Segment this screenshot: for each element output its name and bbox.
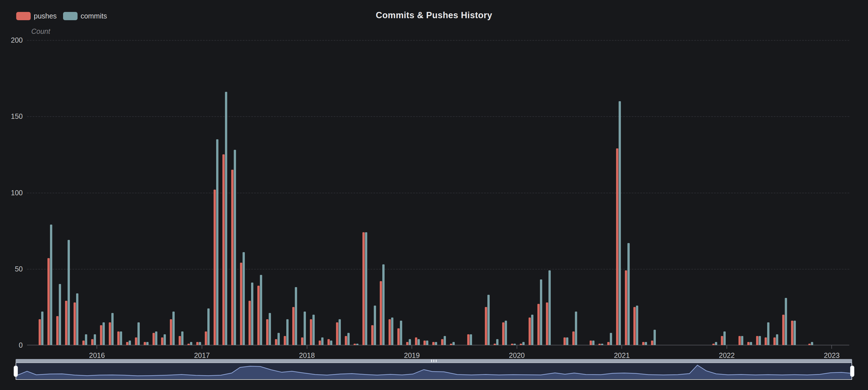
bar-pushes	[782, 315, 784, 345]
bar-commits	[102, 322, 105, 345]
bar-pushes	[345, 336, 347, 345]
bar-pushes	[196, 342, 198, 345]
bar-commits	[750, 342, 752, 345]
bar-pushes	[82, 340, 85, 345]
bar-commits	[68, 240, 70, 345]
x-axis-year-label: 2019	[395, 351, 429, 360]
bar-pushes	[747, 342, 749, 345]
bar-pushes	[380, 281, 382, 345]
bar-commits	[619, 101, 621, 345]
bar-pushes	[502, 322, 504, 345]
datazoom-shadow-area	[16, 363, 851, 379]
bar-pushes	[328, 339, 330, 345]
bar-pushes	[39, 319, 41, 345]
bar-pushes	[144, 342, 146, 345]
bar-commits	[330, 340, 332, 345]
bar-commits	[50, 224, 52, 345]
bar-commits	[767, 322, 770, 345]
bar-pushes	[389, 319, 391, 345]
bar-pushes	[65, 301, 67, 345]
bar-commits	[505, 321, 507, 345]
x-axis-year-label: 2021	[605, 351, 639, 360]
bar-pushes	[721, 336, 723, 345]
bar-commits	[453, 342, 455, 345]
bar-commits	[155, 331, 157, 345]
bar-pushes	[406, 342, 408, 345]
bar-pushes	[415, 337, 417, 345]
bar-commits	[286, 319, 288, 345]
legend-item-pushes[interactable]: pushes	[16, 12, 57, 20]
grip-icon	[433, 360, 434, 362]
bar-commits	[496, 339, 498, 345]
bar-commits	[347, 333, 350, 345]
chart-canvas: Commits & Pushes History pushes commits …	[0, 0, 868, 390]
bar-commits	[137, 322, 140, 345]
bar-commits	[207, 308, 210, 345]
bar-commits	[417, 339, 420, 345]
bar-commits	[164, 334, 166, 345]
bar-commits	[365, 232, 367, 345]
bar-pushes	[310, 319, 312, 345]
bar-pushes	[432, 342, 435, 345]
x-axis-year-label: 2023	[815, 351, 849, 360]
x-axis-line	[27, 345, 849, 346]
bar-commits	[59, 284, 61, 345]
bar-commits	[811, 342, 813, 345]
pushes-swatch-icon	[16, 12, 31, 20]
y-axis-tick-label: 0	[0, 341, 23, 349]
x-axis-year-label: 2016	[80, 351, 114, 360]
bar-commits	[592, 340, 594, 345]
bar-commits	[391, 318, 393, 345]
bar-pushes	[494, 344, 496, 345]
bar-pushes	[117, 331, 120, 345]
bar-commits	[601, 344, 603, 345]
datazoom-slider[interactable]	[16, 363, 852, 380]
x-axis-tick	[726, 346, 727, 349]
bar-pushes	[214, 189, 216, 345]
bar-pushes	[791, 321, 793, 345]
datazoom-move-bar[interactable]	[16, 359, 852, 363]
y-axis-tick-label: 200	[0, 36, 23, 44]
bar-pushes	[739, 336, 741, 345]
bar-commits	[794, 321, 796, 345]
bar-pushes	[397, 328, 400, 345]
bar-pushes	[109, 322, 111, 345]
bar-commits	[575, 311, 577, 345]
x-axis-tick	[202, 346, 202, 349]
bar-pushes	[450, 344, 452, 345]
bar-commits	[269, 313, 271, 345]
bar-commits	[758, 336, 761, 345]
bar-pushes	[179, 336, 181, 345]
datazoom-right-handle[interactable]	[850, 365, 855, 377]
bar-pushes	[572, 331, 575, 345]
bar-commits	[41, 311, 43, 345]
bar-pushes	[651, 340, 653, 345]
legend: pushes commits	[16, 12, 113, 20]
bar-commits	[654, 330, 656, 345]
bar-commits	[741, 336, 743, 345]
bar-commits	[374, 306, 376, 345]
bar-commits	[173, 311, 175, 345]
bar-pushes	[240, 263, 242, 345]
bar-pushes	[249, 301, 251, 345]
bar-pushes	[590, 340, 592, 345]
bar-commits	[216, 139, 218, 345]
bar-pushes	[275, 339, 277, 345]
commits-swatch-icon	[63, 12, 78, 20]
bar-pushes	[48, 258, 50, 345]
datazoom-left-handle[interactable]	[13, 365, 18, 377]
bar-pushes	[537, 304, 540, 345]
bar-pushes	[441, 339, 443, 345]
legend-label-commits: commits	[81, 12, 107, 20]
y-gridline	[27, 193, 849, 193]
bar-commits	[190, 342, 192, 345]
bar-pushes	[257, 286, 259, 345]
bar-commits	[312, 315, 315, 345]
grip-icon	[431, 360, 432, 362]
bar-commits	[243, 252, 245, 345]
y-gridline	[27, 116, 849, 117]
bar-pushes	[511, 344, 513, 345]
legend-item-commits[interactable]: commits	[63, 12, 107, 20]
bar-commits	[199, 342, 201, 345]
bar-commits	[382, 264, 384, 345]
